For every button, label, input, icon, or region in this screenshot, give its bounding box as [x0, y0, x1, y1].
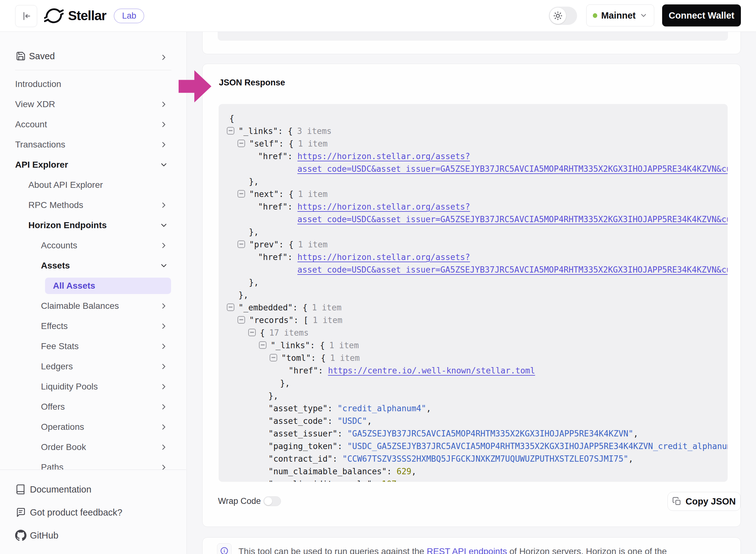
theme-toggle-knob	[550, 8, 566, 24]
sidebar-item-effects[interactable]: Effects	[0, 316, 186, 336]
sidebar-item-account[interactable]: Account	[0, 114, 186, 134]
copy-json-button[interactable]: Copy JSON	[667, 492, 741, 511]
sidebar-item-api-explorer[interactable]: API Explorer	[0, 155, 186, 175]
theme-toggle[interactable]	[549, 7, 577, 25]
json-line: {	[219, 112, 728, 125]
sidebar-item-claimable-balances[interactable]: Claimable Balances	[0, 296, 186, 316]
sidebar-item-horizon-endpoints[interactable]: Horizon Endpoints	[0, 215, 186, 235]
chevron-right-icon	[159, 322, 168, 331]
nav-item-label: View XDR	[15, 99, 55, 109]
json-token: 107	[382, 479, 397, 482]
nav-item-label: RPC Methods	[28, 200, 83, 210]
nav-item-label: API Explorer	[15, 160, 68, 170]
json-link[interactable]: asset_code=USDC&asset_issuer=GA5ZSEJYB37…	[297, 215, 728, 224]
chevron-down-icon	[639, 11, 648, 19]
sidebar-item-order-book[interactable]: Order Book	[0, 437, 186, 457]
json-line: "_links": {1 item	[219, 339, 728, 352]
sidebar-item-assets[interactable]: Assets	[0, 256, 186, 276]
sidebar-item-about-api-explorer[interactable]: About API Explorer	[0, 175, 186, 195]
collapse-node-icon[interactable]	[237, 316, 245, 324]
sidebar-item-documentation[interactable]: Documentation	[0, 480, 186, 499]
sidebar-item-view-xdr[interactable]: View XDR	[0, 94, 186, 114]
collapse-node-icon[interactable]	[227, 303, 234, 311]
json-link[interactable]: asset_code=USDC&asset_issuer=GA5ZSEJYB37…	[297, 265, 728, 274]
json-link[interactable]: https://centre.io/.well-known/stellar.to…	[328, 366, 535, 375]
json-token: "self"	[249, 139, 279, 149]
sidebar-item-operations[interactable]: Operations	[0, 417, 186, 437]
sidebar-bottom-section: Documentation Got product feedback? GitH…	[0, 469, 186, 554]
collapse-node-icon[interactable]	[270, 354, 277, 362]
sun-icon	[553, 11, 563, 20]
json-link[interactable]: https://horizon.stellar.org/assets?	[297, 202, 470, 212]
json-line: "next": {1 item	[219, 188, 728, 201]
json-token: "prev"	[249, 240, 279, 249]
chevron-down-icon	[159, 160, 168, 169]
sidebar-item-liquidity-pools[interactable]: Liquidity Pools	[0, 377, 186, 397]
connect-wallet-button[interactable]: Connect Wallet	[662, 4, 741, 26]
json-token: :	[288, 152, 297, 161]
book-icon	[15, 484, 26, 495]
network-selector[interactable]: Mainnet	[586, 4, 654, 26]
json-line: },	[219, 389, 728, 402]
nav-item-label: Operations	[41, 422, 84, 432]
json-line: "href": https://horizon.stellar.org/asse…	[219, 201, 728, 213]
json-token: "credit_alphanum4"	[337, 404, 426, 413]
collapse-node-icon[interactable]	[259, 341, 267, 349]
item-count: 3 items	[297, 126, 332, 136]
brand-logo[interactable]: Stellar Lab	[44, 0, 144, 32]
json-token: },	[269, 391, 278, 400]
item-count: 1 item	[312, 303, 342, 312]
sidebar-item-accounts[interactable]: Accounts	[0, 235, 186, 256]
json-token: "_links"	[238, 126, 278, 136]
json-token: : {	[310, 341, 325, 350]
json-link[interactable]: https://horizon.stellar.org/assets?	[297, 152, 470, 161]
collapse-sidebar-button[interactable]	[15, 5, 37, 27]
json-line: },	[219, 226, 728, 238]
sidebar-item-all-assets[interactable]: All Assets	[0, 276, 186, 296]
feedback-label: Got product feedback?	[30, 507, 122, 518]
nav-item-label: All Assets	[53, 281, 95, 291]
chevron-right-icon	[159, 140, 168, 149]
json-token: {	[229, 114, 234, 123]
sidebar-item-transactions[interactable]: Transactions	[0, 134, 186, 155]
json-token: },	[249, 177, 258, 186]
info-icon-tile	[217, 543, 232, 554]
json-line: "records": [1 item	[219, 314, 728, 327]
sidebar-item-fee-stats[interactable]: Fee Stats	[0, 336, 186, 356]
sidebar-item-feedback[interactable]: Got product feedback?	[0, 503, 186, 522]
chevron-right-icon	[159, 53, 168, 62]
rest-api-endpoints-link[interactable]: REST API endpoints	[427, 546, 507, 554]
json-token: : {	[279, 240, 294, 249]
sidebar-item-saved[interactable]: Saved	[0, 47, 186, 65]
json-link[interactable]: asset_code=USDC&asset_issuer=GA5ZSEJYB37…	[297, 164, 728, 174]
collapse-node-icon[interactable]	[237, 190, 245, 198]
sidebar-item-github[interactable]: GitHub	[0, 526, 186, 545]
sidebar-item-introduction[interactable]: Introduction	[0, 74, 186, 94]
collapse-node-icon[interactable]	[227, 127, 234, 134]
json-token: :	[333, 454, 342, 463]
json-line: "contract_id": "CCW67TSZV3SSS2HXMBQ5JFGC…	[219, 452, 728, 465]
collapse-node-icon[interactable]	[248, 329, 256, 336]
chevron-right-icon	[159, 100, 168, 109]
nav-item-label: Accounts	[41, 240, 77, 251]
collapse-node-icon[interactable]	[237, 140, 245, 147]
json-line: "paging_token": "USDC_GA5ZSEJYB37JRC5AVC…	[219, 440, 728, 452]
network-status-dot	[593, 13, 597, 18]
json-code-block[interactable]: {"_links": {3 items"self": {1 item"href"…	[219, 104, 728, 482]
json-token: "records"	[249, 316, 294, 325]
json-token: : [	[294, 316, 308, 325]
json-token: "num_claimable_balances"	[269, 467, 387, 476]
sidebar-item-ledgers[interactable]: Ledgers	[0, 356, 186, 377]
info-text-after: of Horizon servers. Horizon is one of th…	[507, 546, 666, 554]
json-token: : {	[293, 303, 307, 312]
json-token: "num_liquidity_pools"	[269, 479, 372, 482]
wrap-code-toggle[interactable]	[263, 496, 281, 506]
json-link[interactable]: https://horizon.stellar.org/assets?	[297, 253, 470, 262]
json-token: "USDC"	[337, 416, 367, 426]
json-line: {17 items	[219, 327, 728, 339]
sidebar-item-rpc-methods[interactable]: RPC Methods	[0, 195, 186, 215]
info-text-before: This tool can be used to run queries aga…	[238, 546, 427, 554]
sidebar-item-offers[interactable]: Offers	[0, 397, 186, 417]
collapse-node-icon[interactable]	[237, 240, 245, 248]
top-header: Stellar Lab Mainnet Connect Wallet	[0, 0, 756, 32]
